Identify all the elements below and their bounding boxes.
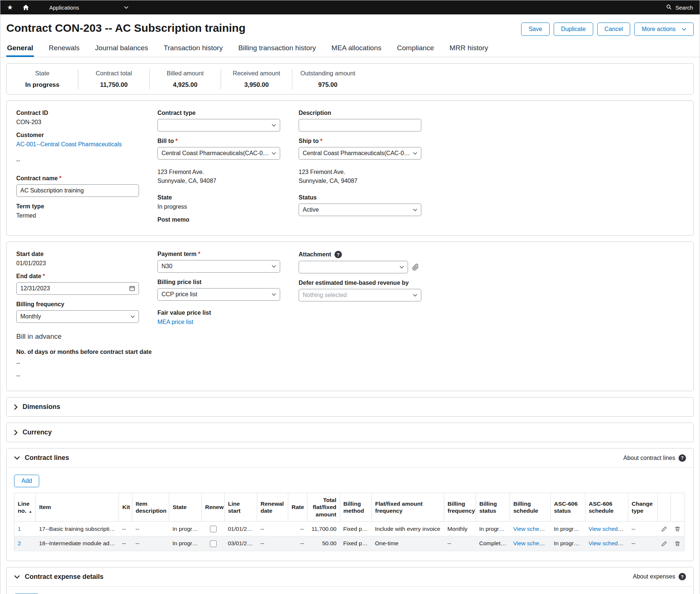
- description-input[interactable]: [299, 119, 421, 132]
- tab-journal-balances[interactable]: Journal balances: [94, 41, 149, 57]
- tab-compliance[interactable]: Compliance: [396, 41, 435, 57]
- summary-outstanding-amount: Outstanding amount975.00: [292, 69, 363, 89]
- summary-value: 11,750.00: [81, 81, 146, 89]
- total-flat-fixed-amount-header: Total flat/fixed amount: [307, 493, 340, 522]
- line-no-header[interactable]: Line no.: [14, 493, 36, 522]
- chevron-down-icon: [14, 575, 20, 579]
- line-no-link[interactable]: 2: [18, 540, 21, 546]
- change-type-header: Change type: [628, 493, 658, 522]
- home-icon[interactable]: [23, 4, 29, 10]
- billing-method-cell: Fixed price: [340, 536, 372, 551]
- contract-type-select[interactable]: [157, 119, 280, 132]
- search-label: Search: [675, 4, 693, 11]
- ship-to-address: 123 Fremont Ave. Sunnyvale, CA, 94087: [299, 168, 684, 185]
- tab-billing-transaction-history[interactable]: Billing transaction history: [238, 41, 317, 57]
- required-asterisk: *: [43, 273, 45, 279]
- sort-asc-icon: [28, 508, 32, 514]
- delete-row-icon[interactable]: [674, 526, 680, 532]
- customer-link[interactable]: AC-001--Central Coast Pharmaceuticals: [16, 141, 122, 147]
- global-search[interactable]: Search: [666, 4, 693, 11]
- paperclip-icon[interactable]: [412, 264, 419, 271]
- status-select[interactable]: Active: [299, 204, 421, 216]
- line-start-header: Line start: [225, 493, 257, 522]
- ship-to-select[interactable]: Central Coast Pharmaceuticals(CAC-001): [299, 147, 421, 160]
- bill-to-address-line1: 123 Fremont Ave.: [157, 168, 299, 177]
- save-button[interactable]: Save: [521, 23, 549, 36]
- line-no-cell: 1: [14, 522, 36, 536]
- defer-revenue-select[interactable]: Nothing selected: [299, 289, 421, 301]
- summary-billed-amount: Billed amount4,925.00: [149, 69, 221, 89]
- add-contract-line-button[interactable]: Add: [14, 475, 39, 487]
- attachment-select[interactable]: [299, 261, 408, 273]
- change-type-cell: --: [628, 522, 658, 536]
- currency-section-label: Currency: [23, 429, 52, 436]
- summary-contract-total: Contract total11,750.00: [78, 69, 149, 89]
- asc606-schedule-link[interactable]: View schedule 1: [589, 526, 628, 532]
- billing-schedule-link[interactable]: View schedule: [513, 540, 550, 546]
- edit-cell: [658, 536, 671, 551]
- billing-price-list-select[interactable]: CCP price list: [157, 288, 280, 301]
- asc606-schedule-link[interactable]: View schedule 1: [589, 540, 628, 546]
- terms-column-3: Attachment Defer estimated ti: [299, 251, 684, 385]
- item-cell: 17--Basic training subscription: [36, 522, 119, 536]
- billing-frequency-cell: Monthly: [444, 522, 476, 536]
- summary-received-amount: Received amount3,950.00: [221, 69, 292, 89]
- currency-section-toggle[interactable]: Currency: [6, 423, 694, 442]
- contract-lines-title: Contract lines: [25, 454, 69, 462]
- description-label: Description: [299, 110, 684, 116]
- favorites-star-icon[interactable]: [7, 3, 13, 11]
- about-expenses-link[interactable]: About expenses: [633, 573, 686, 580]
- applications-menu[interactable]: Applications: [49, 4, 129, 11]
- tab-general[interactable]: General: [6, 41, 34, 57]
- tab-mea-allocations[interactable]: MEA allocations: [331, 41, 382, 57]
- contract-expense-section: Contract expense details About expenses …: [6, 567, 694, 594]
- tab-mrr-history[interactable]: MRR history: [449, 41, 489, 57]
- dimensions-section-toggle[interactable]: Dimensions: [6, 397, 694, 417]
- tab-transaction-history[interactable]: Transaction history: [163, 41, 224, 57]
- ship-to-address-line2: Sunnyvale, CA, 94087: [299, 177, 684, 185]
- item-description-cell: --: [132, 536, 169, 551]
- summary-state: StateIn progress: [7, 69, 78, 89]
- mea-price-list-link[interactable]: MEA price list: [157, 319, 193, 325]
- bill-to-value: Central Coast Pharmaceuticals(CAC-001): [162, 150, 269, 157]
- bill-to-address-line2: Sunnyvale, CA, 94087: [157, 177, 299, 185]
- state-cell: In progress: [169, 536, 202, 551]
- calendar-icon[interactable]: [129, 285, 135, 291]
- edit-row-icon[interactable]: [661, 541, 667, 547]
- help-icon[interactable]: [334, 251, 342, 258]
- billing-frequency-select[interactable]: Monthly: [16, 310, 139, 323]
- advance-days-value: --: [16, 360, 157, 366]
- change-type-cell: --: [628, 536, 658, 551]
- delete-row-icon[interactable]: [674, 541, 680, 547]
- search-icon: [666, 4, 672, 11]
- tab-renewals[interactable]: Renewals: [48, 41, 80, 57]
- more-actions-button[interactable]: More actions: [634, 23, 694, 36]
- billing-schedule-link[interactable]: View schedule: [513, 526, 550, 532]
- line-no-link[interactable]: 1: [18, 526, 21, 532]
- item-header: Item: [36, 493, 119, 522]
- flat-fixed-amount-frequency-cell: Include with every invoice: [372, 522, 444, 536]
- rate-header: Rate: [288, 493, 307, 522]
- renew-checkbox[interactable]: [210, 526, 217, 532]
- duplicate-button[interactable]: Duplicate: [554, 23, 593, 36]
- contract-expense-title: Contract expense details: [25, 573, 103, 581]
- identity-column-3: Description Ship to* Central Coast Pharm…: [299, 110, 684, 229]
- edit-row-icon[interactable]: [661, 526, 667, 532]
- renew-checkbox[interactable]: [210, 540, 217, 547]
- cancel-button[interactable]: Cancel: [597, 23, 631, 36]
- top-app-bar: Applications Search: [0, 0, 700, 14]
- contract-expense-toggle[interactable]: Contract expense details: [14, 573, 103, 581]
- chevron-down-icon: [272, 124, 276, 127]
- end-date-input[interactable]: [16, 282, 139, 295]
- contract-identity-card: Contract ID CON-203 Customer AC-001--Cen…: [6, 100, 694, 236]
- asc606-status-cell: In progress: [551, 522, 585, 536]
- contract-name-input[interactable]: [16, 184, 139, 197]
- chevron-down-icon: [272, 265, 276, 268]
- payment-term-select[interactable]: N30: [157, 260, 280, 273]
- about-contract-lines-link[interactable]: About contract lines: [623, 454, 686, 462]
- contract-id-label: Contract ID: [16, 110, 157, 116]
- bill-to-select[interactable]: Central Coast Pharmaceuticals(CAC-001): [157, 147, 280, 160]
- required-asterisk: *: [198, 251, 200, 257]
- chevron-down-icon: [272, 293, 276, 296]
- contract-lines-toggle[interactable]: Contract lines: [14, 454, 69, 462]
